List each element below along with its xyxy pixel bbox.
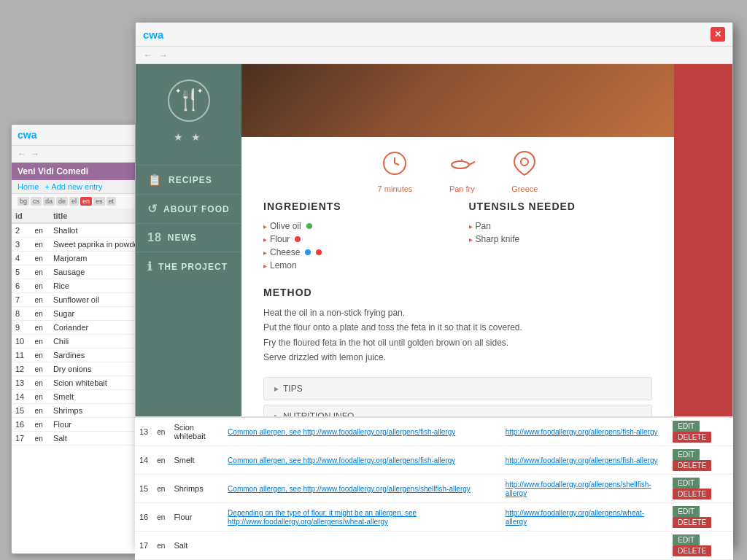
edit-button[interactable]: EDIT (673, 478, 700, 489)
front-forward-arrow[interactable]: → (158, 50, 168, 61)
edit-button[interactable]: EDIT (673, 534, 700, 545)
front-window-titlebar: cwa ✕ (136, 23, 732, 47)
allergen-url-link[interactable]: http://www.foodallergy.org/allergens/fis… (506, 428, 658, 436)
pan-icon (449, 150, 475, 182)
forward-arrow[interactable]: → (31, 149, 39, 159)
row-id: 3 (12, 238, 31, 252)
bottom-row-url: http://www.foodallergy.org/allergens/she… (501, 475, 669, 503)
lang-et[interactable]: et (107, 197, 117, 206)
lang-es[interactable]: es (93, 197, 105, 206)
bottom-row-actions: EDIT DELETE (668, 418, 733, 446)
bottom-row-desc: Common allergen, see http://www.foodalle… (223, 418, 501, 446)
sidebar-item-about-food[interactable]: ↺ ABOUT FOOD (136, 194, 241, 223)
ingredients-title: INGREDIENTS (263, 201, 447, 212)
edit-button[interactable]: EDIT (673, 421, 700, 432)
bottom-row-desc: Common allergen, see http://www.foodalle… (223, 475, 501, 503)
bottom-table: 13 en Scion whitebait Common allergen, s… (135, 416, 733, 560)
allergen-url-link[interactable]: http://www.foodallergy.org/allergens/whe… (506, 509, 644, 526)
row-id: 12 (12, 362, 31, 376)
col-lang (31, 209, 50, 223)
svg-text:✦: ✦ (175, 87, 181, 95)
allergen-link[interactable]: Common allergen, see http://www.foodalle… (228, 428, 455, 436)
accordion-tips-arrow: ▸ (274, 384, 279, 394)
clock-icon (382, 150, 408, 182)
bottom-table-row: 14 en Smelt Common allergen, see http://… (135, 446, 733, 475)
svg-point-7 (452, 161, 469, 168)
sidebar-item-news[interactable]: 18 NEWS (136, 223, 241, 252)
back-arrow[interactable]: ← (18, 149, 26, 159)
svg-point-10 (521, 158, 528, 166)
row-lang: en (31, 349, 50, 362)
row-id: 16 (12, 418, 31, 432)
row-lang: en (31, 238, 50, 252)
back-window-title: cwa (18, 129, 36, 141)
lang-bg[interactable]: bg (18, 197, 29, 206)
accordion-tips: ▸ TIPS (263, 377, 652, 400)
logo-stars: ★ ★ (174, 131, 204, 143)
row-lang: en (31, 390, 50, 404)
row-lang: en (31, 223, 50, 238)
close-button[interactable]: ✕ (711, 27, 725, 42)
row-id: 4 (12, 252, 31, 265)
desktop: cwa ← → Veni Vidi Comedi Home + Add new … (0, 0, 747, 560)
svg-line-8 (469, 162, 475, 165)
dot-blue (305, 249, 311, 255)
delete-button[interactable]: DELETE (673, 517, 711, 528)
allergen-link[interactable]: Common allergen, see http://www.foodalle… (228, 485, 471, 493)
col-id: id (12, 209, 31, 223)
sidebar-item-recipes[interactable]: 📋 RECIPES (136, 165, 241, 194)
bottom-row-actions: EDIT DELETE (668, 503, 733, 532)
utensil-pan: Pan (469, 219, 653, 233)
delete-button[interactable]: DELETE (673, 432, 711, 443)
home-link[interactable]: Home (18, 182, 39, 191)
svg-text:✦: ✦ (197, 87, 203, 95)
edit-button[interactable]: EDIT (673, 506, 700, 517)
allergen-link[interactable]: Common allergen, see http://www.foodalle… (228, 456, 455, 464)
row-lang: en (31, 404, 50, 418)
add-entry-link[interactable]: + Add new entry (44, 182, 102, 191)
delete-button[interactable]: DELETE (673, 489, 711, 499)
sidebar-label-recipes: RECIPES (169, 175, 212, 185)
lang-el[interactable]: el (69, 197, 79, 206)
location-icon (513, 150, 536, 182)
allergen-link[interactable]: Depending on the type of flour, it might… (228, 509, 417, 526)
allergen-url-link[interactable]: http://www.foodallergy.org/allergens/fis… (506, 456, 658, 464)
utensils-col: UTENSILS NEEDED Pan Sharp knife (469, 201, 653, 272)
front-back-arrow[interactable]: ← (143, 50, 152, 61)
delete-button[interactable]: DELETE (673, 460, 711, 471)
dot-green (306, 223, 312, 229)
bottom-row-title: Scion whitebait (169, 418, 223, 446)
sidebar-item-the-project[interactable]: ℹ THE PROJECT (136, 252, 241, 281)
recipes-icon: 📋 (147, 173, 163, 187)
origin-label: Greece (511, 184, 538, 193)
lang-cs[interactable]: cs (31, 197, 42, 206)
lang-da[interactable]: da (43, 197, 55, 206)
bottom-row-lang: en (152, 418, 169, 446)
delete-button[interactable]: DELETE (673, 545, 711, 556)
lang-en[interactable]: en (80, 197, 92, 206)
row-lang: en (31, 376, 50, 390)
row-id: 8 (12, 307, 31, 321)
info-time: 7 minutes (378, 150, 413, 193)
info-origin: Greece (511, 150, 538, 193)
accordion-tips-label: TIPS (283, 384, 303, 394)
sidebar-label-news: NEWS (168, 233, 197, 243)
edit-button[interactable]: EDIT (673, 449, 700, 460)
row-id: 2 (12, 223, 31, 238)
accordion-tips-header[interactable]: ▸ TIPS (264, 378, 651, 400)
bottom-row-actions: EDIT DELETE (668, 475, 733, 503)
allergen-url-link[interactable]: http://www.foodallergy.org/allergens/she… (506, 481, 651, 497)
bottom-row-lang: en (152, 532, 169, 560)
row-id: 6 (12, 279, 31, 293)
bottom-table-row: 15 en Shrimps Common allergen, see http:… (135, 475, 733, 503)
row-id: 5 (12, 265, 31, 279)
bottom-row-lang: en (152, 503, 169, 532)
bottom-row-lang: en (152, 475, 169, 503)
row-lang: en (31, 335, 50, 349)
bottom-table-row: 17 en Salt EDIT DELETE (135, 532, 733, 560)
row-lang: en (31, 362, 50, 376)
bottom-row-title: Flour (169, 503, 223, 532)
bottom-data-table: 13 en Scion whitebait Common allergen, s… (135, 418, 733, 560)
row-lang: en (31, 321, 50, 335)
lang-de[interactable]: de (56, 197, 68, 206)
